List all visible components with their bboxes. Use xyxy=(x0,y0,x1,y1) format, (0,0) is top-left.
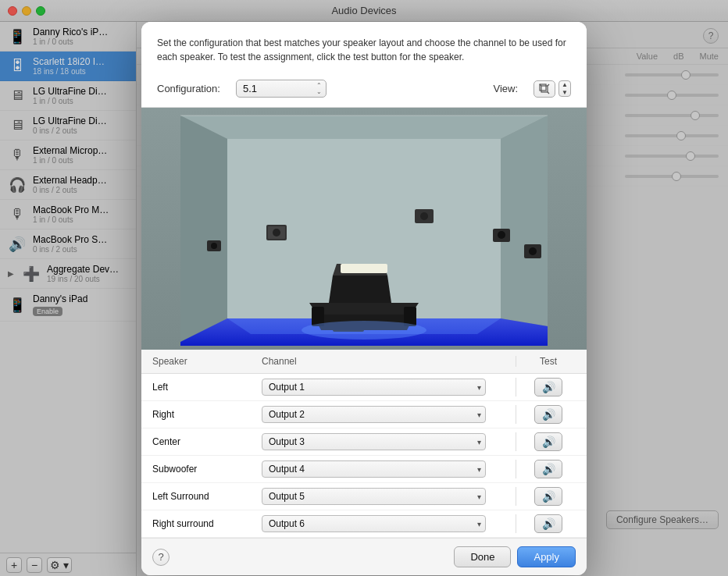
configure-speakers-modal: Set the configuration that best matches … xyxy=(141,22,587,575)
center-test-button[interactable]: 🔊 xyxy=(534,432,562,451)
divider xyxy=(516,378,516,396)
channel-select-wrapper: Output 1Output 2Output 3Output 4 Output … xyxy=(262,515,486,532)
room-svg xyxy=(141,108,587,350)
channel-cell: Output 1 Output 2Output 3Output 4 Output… xyxy=(262,379,511,396)
divider xyxy=(516,460,516,478)
speaker-name: Left xyxy=(152,382,262,393)
left-channel-select[interactable]: Output 1 Output 2Output 3Output 4 Output… xyxy=(262,379,486,396)
channel-cell: Output 1Output 2 Output 3Output 4 Output… xyxy=(262,433,511,450)
apply-button[interactable]: Apply xyxy=(517,546,576,567)
left-test-button[interactable]: 🔊 xyxy=(534,378,562,396)
subwoofer-test-button[interactable]: 🔊 xyxy=(534,460,562,478)
cube-icon xyxy=(538,83,551,95)
test-cell: 🔊 xyxy=(521,460,576,478)
divider xyxy=(516,487,516,506)
speaker-name: Subwoofer xyxy=(152,464,262,475)
table-header: Speaker Channel Test xyxy=(141,350,587,374)
channel-select-wrapper: Output 1 Output 2Output 3Output 4 Output… xyxy=(262,406,486,423)
left-surround-test-button[interactable]: 🔊 xyxy=(534,487,562,506)
speaker-name: Right surround xyxy=(152,518,262,529)
channel-cell: Output 1 Output 2Output 3Output 4 Output… xyxy=(262,406,511,423)
channel-select-wrapper: Output 1Output 2 Output 3Output 4 Output… xyxy=(262,433,486,450)
modal-description: Set the configuration that best matches … xyxy=(141,22,587,73)
speaker-name: Right xyxy=(152,409,262,420)
table-row: Right Output 1 Output 2Output 3Output 4 … xyxy=(141,401,587,428)
view-label: View: xyxy=(494,83,519,94)
svg-marker-26 xyxy=(309,303,419,315)
modal-footer: ? Done Apply xyxy=(141,538,587,575)
svg-point-32 xyxy=(302,321,426,340)
channel-cell: Output 1Output 2Output 3Output 4 Output … xyxy=(262,488,511,505)
channel-cell: Output 1Output 2Output 3Output 4 Output … xyxy=(262,515,511,532)
svg-point-22 xyxy=(529,247,537,255)
test-cell: 🔊 xyxy=(521,432,576,451)
table-row: Right surround Output 1Output 2Output 3O… xyxy=(141,510,587,538)
svg-marker-5 xyxy=(180,116,548,139)
svg-point-18 xyxy=(420,212,428,220)
svg-point-14 xyxy=(273,229,280,236)
table-row: Left Output 1 Output 2Output 3Output 4 O… xyxy=(141,374,587,401)
room-3d-visualization xyxy=(141,108,587,350)
channel-select-wrapper: Output 1Output 2Output 3Output 4 Output … xyxy=(262,488,486,505)
speaker-table: Speaker Channel Test Left Output 1 Outpu… xyxy=(141,350,587,538)
right-channel-select[interactable]: Output 1 Output 2Output 3Output 4 Output… xyxy=(262,406,486,423)
svg-line-2 xyxy=(548,84,549,86)
test-cell: 🔊 xyxy=(521,405,576,424)
view-3d-button[interactable] xyxy=(534,80,555,98)
done-button[interactable]: Done xyxy=(454,546,511,567)
svg-marker-7 xyxy=(501,116,548,326)
divider xyxy=(516,356,516,367)
divider xyxy=(516,405,516,424)
svg-rect-31 xyxy=(341,264,387,273)
configuration-label: Configuration: xyxy=(157,83,220,94)
view-control: ▲ ▼ xyxy=(534,80,571,98)
speaker-name: Center xyxy=(152,436,262,447)
divider xyxy=(516,514,516,533)
configuration-select-wrapper: Stereo Quadraphonic 5.1 7.1 xyxy=(236,80,327,98)
right-surround-channel-select[interactable]: Output 1Output 2Output 3Output 4 Output … xyxy=(262,515,486,532)
svg-line-3 xyxy=(548,92,549,94)
svg-rect-0 xyxy=(541,86,548,92)
channel-select-wrapper: Output 1 Output 2Output 3Output 4 Output… xyxy=(262,379,486,396)
left-surround-channel-select[interactable]: Output 1Output 2Output 3Output 4 Output … xyxy=(262,488,486,505)
right-surround-test-button[interactable]: 🔊 xyxy=(534,514,562,533)
channel-column-header: Channel xyxy=(262,356,511,367)
test-column-header: Test xyxy=(521,356,576,367)
table-row: Center Output 1Output 2 Output 3Output 4… xyxy=(141,428,587,456)
view-stepper[interactable]: ▲ ▼ xyxy=(558,80,571,97)
divider xyxy=(516,432,516,451)
config-row: Configuration: Stereo Quadraphonic 5.1 7… xyxy=(141,73,587,108)
svg-marker-27 xyxy=(329,276,391,303)
test-cell: 🔊 xyxy=(521,378,576,396)
svg-point-20 xyxy=(498,231,505,239)
speaker-name: Left Surround xyxy=(152,491,262,502)
svg-marker-6 xyxy=(180,116,227,342)
configuration-select[interactable]: Stereo Quadraphonic 5.1 7.1 xyxy=(236,80,327,98)
test-cell: 🔊 xyxy=(521,487,576,506)
channel-select-wrapper: Output 1Output 2Output 3 Output 4 Output… xyxy=(262,460,486,478)
modal-help-button[interactable]: ? xyxy=(152,549,170,566)
table-row: Left Surround Output 1Output 2Output 3Ou… xyxy=(141,483,587,510)
channel-cell: Output 1Output 2Output 3 Output 4 Output… xyxy=(262,460,511,478)
test-cell: 🔊 xyxy=(521,514,576,533)
table-row: Subwoofer Output 1Output 2Output 3 Outpu… xyxy=(141,456,587,483)
footer-buttons: Done Apply xyxy=(454,546,576,567)
speaker-column-header: Speaker xyxy=(152,356,262,367)
svg-point-24 xyxy=(211,243,217,249)
center-channel-select[interactable]: Output 1Output 2 Output 3Output 4 Output… xyxy=(262,433,486,450)
subwoofer-channel-select[interactable]: Output 1Output 2Output 3 Output 4 Output… xyxy=(262,460,486,478)
modal-overlay: Set the configuration that best matches … xyxy=(0,0,728,576)
right-test-button[interactable]: 🔊 xyxy=(534,405,562,424)
